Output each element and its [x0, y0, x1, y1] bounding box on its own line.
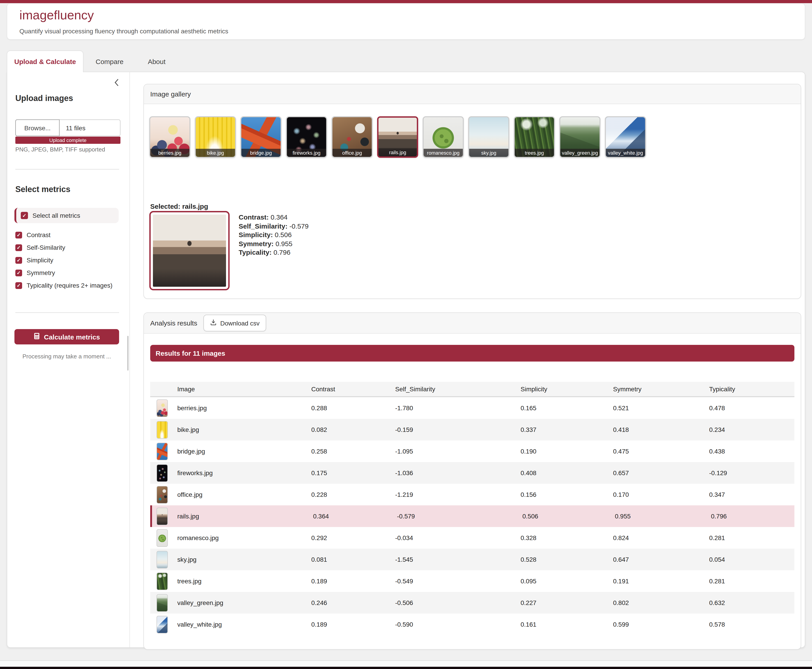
app-header: imagefluency Quantify visual processing … [7, 3, 805, 40]
metric-label: Symmetry [27, 269, 55, 276]
thumb-label: sky.jpg [469, 149, 509, 157]
thumb-label: office.jpg [332, 149, 372, 157]
gallery-thumb-office[interactable]: office.jpg [332, 116, 372, 158]
footer-strip [0, 661, 812, 667]
metric-label: Typicality (requires 2+ images) [27, 282, 113, 289]
table-row-rails-highlighted[interactable]: rails.jpg 0.364 -0.579 0.506 0.955 0.796 [150, 505, 794, 527]
analysis-results-panel: Analysis results Download csv Results fo… [143, 313, 801, 650]
selected-image-metrics: Contrast: 0.364 Self_Similarity: -0.579 … [239, 213, 308, 257]
gallery-thumb-bike[interactable]: bike.jpg [195, 116, 236, 158]
gallery-thumb-bridge[interactable]: bridge.jpg [241, 116, 281, 158]
gallery-thumb-trees[interactable]: trees.jpg [514, 116, 555, 158]
gallery-heading: Image gallery [150, 90, 191, 98]
select-all-metrics-checkbox[interactable]: ✓ Select all metrics [14, 208, 119, 223]
table-row-valley-green[interactable]: valley_green.jpg 0.246 -0.506 0.227 0.80… [150, 592, 794, 614]
metric-checkbox-typicality[interactable]: ✓ Typicality (requires 2+ images) [15, 281, 113, 290]
results-panel-header: Analysis results Download csv [144, 313, 801, 334]
romanesco-row-thumb [157, 529, 168, 546]
browse-button[interactable]: Browse... [15, 119, 59, 136]
file-count-field[interactable]: 11 files [59, 119, 120, 136]
metric-line: Symmetry: 0.955 [239, 239, 308, 248]
checkbox-checked-icon: ✓ [15, 232, 22, 238]
select-all-label: Select all metrics [32, 212, 80, 219]
checkbox-checked-icon: ✓ [15, 282, 22, 289]
metric-checkbox-contrast[interactable]: ✓ Contrast [15, 230, 113, 240]
download-csv-button[interactable]: Download csv [204, 315, 266, 331]
table-row-berries[interactable]: berries.jpg 0.288 -1.780 0.165 0.521 0.4… [150, 397, 794, 419]
metric-line: Typicality: 0.796 [239, 248, 308, 257]
results-table-body: berries.jpg 0.288 -1.780 0.165 0.521 0.4… [150, 397, 794, 635]
sky-row-thumb [157, 551, 168, 568]
gallery-thumb-romanesco[interactable]: romanesco.jpg [423, 116, 464, 158]
berries-row-thumb [157, 399, 168, 417]
fireworks-row-thumb [157, 464, 168, 482]
metric-label: Self-Similarity [27, 244, 65, 251]
tab-bar: Upload & Calculate Compare About [7, 50, 178, 72]
download-icon [210, 319, 217, 327]
tab-compare[interactable]: Compare [83, 50, 136, 72]
sidebar-divider-line [15, 313, 119, 313]
table-row-office[interactable]: office.jpg 0.228 -1.219 0.156 0.170 0.34… [150, 484, 794, 505]
bridge-row-thumb [157, 442, 168, 460]
table-row-valley-white[interactable]: valley_white.jpg 0.189 -0.590 0.161 0.59… [150, 614, 794, 635]
thumb-label: bike.jpg [196, 149, 235, 157]
results-heading: Analysis results [150, 319, 197, 327]
table-row-bike[interactable]: bike.jpg 0.082 -0.159 0.337 0.418 0.234 [150, 419, 794, 440]
page-subtitle: Quantify visual processing fluency throu… [19, 27, 228, 35]
metric-line: Contrast: 0.364 [239, 213, 308, 222]
col-typicality: Typicality [709, 385, 794, 393]
table-row-romanesco[interactable]: romanesco.jpg 0.292 -0.034 0.328 0.824 0… [150, 527, 794, 549]
sidebar-collapse-button[interactable] [112, 77, 122, 87]
gallery-thumb-valley-green[interactable]: valley_green.jpg [559, 116, 600, 158]
checkbox-checked-icon: ✓ [15, 269, 22, 276]
file-upload-group: Browse... 11 files [15, 119, 120, 136]
download-button-label: Download csv [220, 319, 259, 327]
table-row-bridge[interactable]: bridge.jpg 0.258 -1.095 0.190 0.475 0.43… [150, 440, 794, 462]
gallery-thumb-rails-selected[interactable]: rails.jpg [377, 116, 418, 158]
image-gallery-panel: Image gallery berries.jpg bike.jpg bridg… [143, 84, 801, 299]
calculate-button-label: Calculate metrics [44, 333, 100, 341]
page-title: imagefluency [19, 8, 94, 22]
rails-image-large [153, 215, 226, 287]
metric-label: Simplicity [27, 257, 53, 264]
col-simplicity: Simplicity [521, 385, 613, 393]
main-content-panel: Upload images Browse... 11 files Upload … [7, 72, 805, 648]
gallery-thumb-valley-white[interactable]: valley_white.jpg [605, 116, 646, 158]
metric-checkbox-self-similarity[interactable]: ✓ Self-Similarity [15, 242, 113, 252]
top-accent-bar [0, 0, 812, 3]
valley-green-row-thumb [157, 594, 168, 612]
checkbox-checked-icon: ✓ [15, 244, 22, 251]
col-symmetry: Symmetry [613, 385, 709, 393]
thumb-label: bridge.jpg [241, 149, 281, 157]
results-count-banner: Results for 11 images [150, 345, 794, 361]
thumb-label: trees.jpg [515, 149, 554, 157]
col-image: Image [150, 385, 311, 393]
app-root: imagefluency Quantify visual processing … [0, 0, 812, 669]
table-row-trees[interactable]: trees.jpg 0.189 -0.549 0.095 0.191 0.281 [150, 570, 794, 592]
calculator-icon [34, 333, 40, 341]
gallery-thumb-fireworks[interactable]: fireworks.jpg [286, 116, 327, 158]
table-row-sky[interactable]: sky.jpg 0.081 -1.545 0.528 0.647 0.054 [150, 549, 794, 570]
col-contrast: Contrast [311, 385, 395, 393]
sidebar-divider [130, 72, 130, 647]
table-row-fireworks[interactable]: fireworks.jpg 0.175 -1.036 0.408 0.657 -… [150, 462, 794, 484]
metric-checkbox-symmetry[interactable]: ✓ Symmetry [15, 268, 113, 278]
rails-row-thumb [157, 508, 168, 525]
results-table-header: Image Contrast Self_Similarity Simplicit… [150, 382, 794, 397]
thumb-label: valley_green.jpg [560, 149, 600, 157]
gallery-thumb-berries[interactable]: berries.jpg [149, 116, 190, 158]
sidebar-divider-line [15, 169, 119, 170]
gallery-thumb-sky[interactable]: sky.jpg [468, 116, 509, 158]
tab-about[interactable]: About [136, 50, 177, 72]
gallery-thumbnail-row: berries.jpg bike.jpg bridge.jpg firework… [149, 116, 646, 158]
supported-formats-note: PNG, JPEG, BMP, TIFF supported [15, 146, 105, 153]
metric-checkbox-simplicity[interactable]: ✓ Simplicity [15, 255, 113, 265]
results-table: Image Contrast Self_Similarity Simplicit… [150, 382, 794, 635]
metric-checkbox-list: ✓ Contrast ✓ Self-Similarity ✓ Simplicit… [15, 230, 113, 290]
sidebar-scrollbar[interactable] [127, 336, 128, 371]
tab-upload-calculate[interactable]: Upload & Calculate [7, 50, 83, 72]
thumb-label: fireworks.jpg [287, 149, 326, 157]
calculate-metrics-button[interactable]: Calculate metrics [14, 329, 119, 345]
checkbox-checked-icon: ✓ [21, 212, 28, 219]
bottom-accent-bar [0, 667, 812, 669]
